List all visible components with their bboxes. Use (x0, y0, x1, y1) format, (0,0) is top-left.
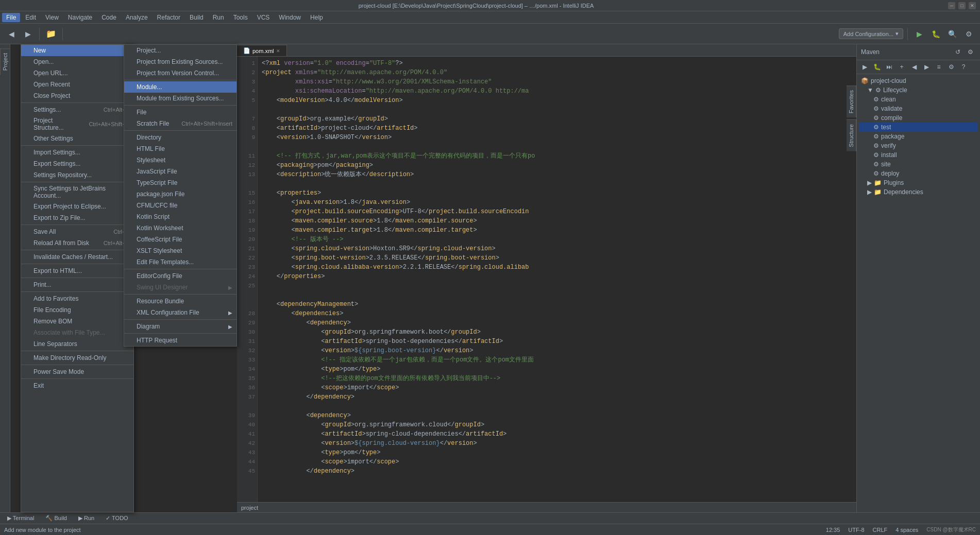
menu-item-file-encoding[interactable]: File Encoding ▶ (21, 304, 133, 316)
new-item-from-existing[interactable]: Project from Existing Sources... (124, 56, 236, 67)
maven-lifecycle-clean[interactable]: ⚙ clean (859, 95, 978, 104)
new-item-kotlin-script[interactable]: Kotlin Script (124, 211, 236, 222)
new-item-xml-config[interactable]: XML Configuration File ▶ (124, 307, 236, 318)
new-item-stylesheet[interactable]: Stylesheet (124, 154, 236, 166)
menu-navigate[interactable]: Navigate (64, 13, 96, 22)
minimize-button[interactable]: ─ (948, 2, 955, 9)
new-item-js-file[interactable]: JavaScript File (124, 166, 236, 177)
menu-item-make-dir-readonly[interactable]: Make Directory Read-Only (21, 352, 133, 364)
menu-item-export-zip[interactable]: Export to Zip File... (21, 212, 133, 223)
maven-lifecycle-site[interactable]: ⚙ site (859, 160, 978, 169)
maven-lifecycle-test[interactable]: ⚙ test (859, 123, 978, 132)
menu-file[interactable]: File (2, 13, 20, 22)
menu-item-save-all[interactable]: Save All Ctrl+S (21, 226, 133, 237)
terminal-tab[interactable]: ▶ Terminal (2, 514, 39, 523)
code-content[interactable]: <?xml version="1.0" encoding="UTF-8"?> <… (258, 57, 856, 512)
menu-item-power-save[interactable]: Power Save Mode (21, 366, 133, 377)
maven-dependencies-group[interactable]: ▶ 📁 Dependencies (859, 187, 978, 197)
menu-item-open-recent[interactable]: Open Recent ▶ (21, 79, 133, 90)
maven-expand-button[interactable]: ▶ (921, 61, 932, 73)
maven-plugins-group[interactable]: ▶ 📁 Plugins (859, 178, 978, 187)
maven-run-button[interactable]: ▶ (859, 61, 870, 73)
menu-view[interactable]: View (41, 13, 63, 22)
menu-item-other-settings[interactable]: Other Settings ▶ (21, 133, 133, 144)
run-button[interactable]: ▶ (912, 27, 926, 41)
new-item-cfml[interactable]: CFML/CFC file (124, 200, 236, 211)
menu-build[interactable]: Build (185, 13, 208, 22)
new-item-edit-templates[interactable]: Edit File Templates... (124, 256, 236, 268)
new-item-project[interactable]: Project... (124, 45, 236, 56)
new-item-ts-file[interactable]: TypeScript File (124, 177, 236, 188)
new-item-html-file[interactable]: HTML File (124, 143, 236, 154)
maven-collapse-button[interactable]: ◀ (908, 61, 920, 73)
maven-add-button[interactable]: + (896, 61, 907, 73)
menu-item-associate-file-type[interactable]: Associate with File Type... (21, 327, 133, 338)
menu-item-reload-all[interactable]: Reload All from Disk Ctrl+Alt+Y (21, 237, 133, 249)
maven-refresh-button[interactable]: ↺ (952, 46, 964, 58)
menu-run[interactable]: Run (209, 13, 228, 22)
menu-item-remove-bom[interactable]: Remove BOM (21, 316, 133, 327)
new-item-file[interactable]: File (124, 107, 236, 118)
tab-close-button[interactable]: ✕ (276, 48, 280, 54)
new-item-from-vcs[interactable]: Project from Version Control... (124, 67, 236, 79)
menu-code[interactable]: Code (97, 13, 121, 22)
maven-debug-button[interactable]: 🐛 (871, 61, 883, 73)
new-item-resource-bundle[interactable]: Resource Bundle (124, 296, 236, 307)
new-item-kotlin-worksheet[interactable]: Kotlin Worksheet (124, 222, 236, 234)
maven-lifecycle-validate[interactable]: ⚙ validate (859, 104, 978, 113)
menu-item-export-settings[interactable]: Export Settings... (21, 158, 133, 169)
menu-item-exit[interactable]: Exit (21, 380, 133, 391)
maven-lifecycle-group[interactable]: ▼ ⚙ Lifecycle (859, 85, 978, 95)
menu-window[interactable]: Window (275, 13, 305, 22)
new-item-package-json[interactable]: package.json File (124, 188, 236, 200)
menu-item-close-project[interactable]: Close Project (21, 90, 133, 101)
maven-lifecycle-verify[interactable]: ⚙ verify (859, 141, 978, 150)
new-item-scratch-file[interactable]: Scratch File Ctrl+Alt+Shift+Insert (124, 118, 236, 129)
debug-button[interactable]: 🐛 (928, 27, 943, 41)
maven-settings2-button[interactable]: ⚙ (945, 61, 957, 73)
new-item-module-existing[interactable]: Module from Existing Sources... (124, 93, 236, 104)
maven-toggle-button[interactable]: ≡ (933, 61, 944, 73)
maven-help-button[interactable]: ? (958, 61, 969, 73)
new-item-xslt[interactable]: XSLT Stylesheet (124, 245, 236, 256)
project-icon[interactable]: 📁 (44, 27, 58, 41)
build-tab[interactable]: 🔨 Build (40, 514, 72, 523)
maven-lifecycle-compile[interactable]: ⚙ compile (859, 113, 978, 123)
maven-settings-button[interactable]: ⚙ (965, 46, 976, 58)
menu-refactor[interactable]: Refactor (153, 13, 184, 22)
menu-item-print[interactable]: Print... (21, 279, 133, 290)
menu-item-sync-settings[interactable]: Sync Settings to JetBrains Account... (21, 183, 133, 201)
menu-item-new[interactable]: New ▶ (21, 45, 133, 56)
favorites-tab[interactable]: Favorites (847, 85, 856, 117)
todo-tab[interactable]: ✓ TODO (100, 514, 133, 523)
menu-tools[interactable]: Tools (229, 13, 252, 22)
menu-item-invalidate-caches[interactable]: Invalidate Caches / Restart... (21, 251, 133, 263)
menu-item-settings-repo[interactable]: Settings Repository... (21, 169, 133, 181)
menu-item-export-eclipse[interactable]: Export Project to Eclipse... (21, 201, 133, 212)
new-item-module[interactable]: Module... (124, 81, 236, 93)
maven-skip-tests-button[interactable]: ⏭ (884, 61, 895, 73)
new-item-diagram[interactable]: Diagram ▶ (124, 321, 236, 332)
maven-lifecycle-install[interactable]: ⚙ install (859, 150, 978, 160)
menu-help[interactable]: Help (306, 13, 327, 22)
close-button[interactable]: ✕ (969, 2, 976, 9)
menu-item-add-favorites[interactable]: Add to Favorites ▶ (21, 293, 133, 304)
menu-item-export-html[interactable]: Export to HTML... (21, 265, 133, 277)
menu-item-line-separators[interactable]: Line Separators ▶ (21, 338, 133, 350)
run-tab[interactable]: ▶ Run (73, 514, 99, 523)
menu-item-import-settings[interactable]: Import Settings... (21, 147, 133, 158)
menu-edit[interactable]: Edit (21, 13, 40, 22)
menu-vcs[interactable]: VCS (253, 13, 274, 22)
back-button[interactable]: ◀ (4, 27, 19, 41)
new-item-directory[interactable]: Directory (124, 132, 236, 143)
structure-tab[interactable]: Structure (847, 119, 856, 151)
project-tab[interactable]: Project (0, 48, 10, 75)
new-item-http-request[interactable]: HTTP Request (124, 335, 236, 346)
new-item-swing[interactable]: Swing UI Designer ▶ (124, 282, 236, 293)
menu-item-project-structure[interactable]: Project Structure... Ctrl+Alt+Shift+S (21, 115, 133, 133)
maximize-button[interactable]: □ (958, 2, 966, 9)
editor-tab-pom-xml[interactable]: 📄 pom.xml ✕ (237, 45, 287, 56)
menu-item-settings[interactable]: Settings... Ctrl+Alt+S (21, 104, 133, 115)
maven-project-root[interactable]: 📦 project-cloud (859, 76, 978, 85)
menu-analyze[interactable]: Analyze (122, 13, 152, 22)
